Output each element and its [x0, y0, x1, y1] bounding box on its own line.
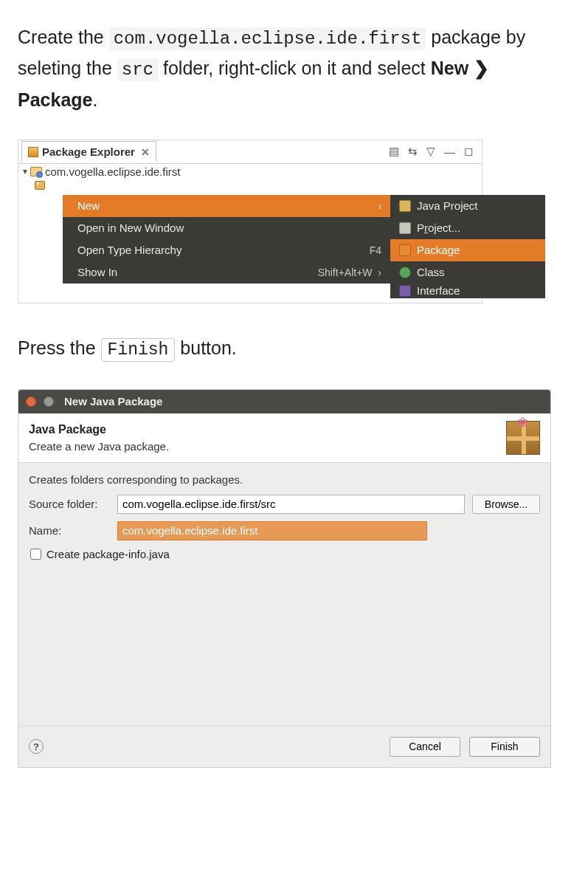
view-menu-icon[interactable]: ▽: [426, 145, 435, 158]
submenu-arrow-icon: ›: [378, 200, 381, 212]
maximize-view-icon[interactable]: ◻: [464, 145, 473, 158]
instruction-paragraph-2: Press the Finish button.: [18, 333, 570, 364]
menu-item-package[interactable]: Package: [390, 239, 545, 261]
project-icon: [30, 167, 42, 176]
code-package-name: com.vogella.eclipse.ide.first: [109, 27, 426, 50]
cancel-button[interactable]: Cancel: [390, 737, 460, 757]
menu-item-java-project[interactable]: Java Project: [390, 195, 545, 217]
java-project-icon: [399, 200, 411, 212]
label: Show In: [77, 266, 117, 278]
src-node[interactable]: src: [18, 179, 482, 191]
package-explorer-tab[interactable]: Package Explorer ✕: [21, 141, 156, 162]
menu-item-new[interactable]: New ›: [63, 195, 390, 217]
text: Create the: [18, 27, 109, 47]
tab-label: Package Explorer: [42, 145, 135, 158]
class-icon: [399, 267, 411, 278]
expand-icon[interactable]: ▾: [23, 166, 27, 176]
instruction-paragraph-1: Create the com.vogella.eclipse.ide.first…: [18, 22, 570, 114]
menu-item-open-type-hierarchy[interactable]: Open Type Hierarchy F4: [63, 239, 390, 261]
chevron-icon: ❯: [474, 58, 489, 78]
interface-icon: [399, 285, 411, 297]
link-editor-icon[interactable]: ⇆: [408, 145, 418, 158]
source-folder-input[interactable]: [117, 495, 465, 514]
create-package-info-checkbox[interactable]: [30, 549, 41, 560]
new-java-package-dialog: New Java Package Java Package Create a n…: [18, 389, 551, 768]
view-toolbar: ▤ ⇆ ▽ — ◻: [389, 145, 482, 158]
name-row: Name:: [29, 521, 540, 540]
package-info-row: Create package-info.java: [29, 548, 540, 560]
screenshot-package-explorer: Package Explorer ✕ ▤ ⇆ ▽ — ◻ ▾ com.vogel…: [18, 140, 482, 303]
dialog-titlebar: New Java Package: [18, 390, 550, 413]
collapse-icon[interactable]: ▤: [389, 145, 399, 158]
project-node[interactable]: ▾ com.vogella.eclipse.ide.first: [18, 164, 482, 179]
menu-item-class[interactable]: Class: [390, 261, 545, 284]
dialog-header: Java Package Create a new Java package. …: [18, 413, 550, 463]
header-title: Java Package: [29, 423, 506, 436]
finish-button-label: Finish: [101, 338, 176, 362]
tree-view: ▾ com.vogella.eclipse.ide.first src New …: [18, 164, 482, 303]
source-folder-row: Source folder: Browse...: [29, 495, 540, 514]
shortcut: Shift+Alt+W ›: [318, 267, 381, 278]
finish-button[interactable]: Finish: [469, 737, 540, 757]
minimize-view-icon[interactable]: —: [444, 145, 455, 158]
menu-path-new: New: [431, 58, 468, 78]
browse-button[interactable]: Browse...: [472, 495, 540, 514]
label: Project...: [417, 222, 460, 234]
text: folder, right-click on it and select: [163, 58, 431, 78]
new-submenu: Java Project Project... Package Class In…: [390, 195, 545, 298]
dialog-footer: ? Cancel Finish: [18, 726, 550, 767]
menu-item-show-in[interactable]: Show In Shift+Alt+W ›: [63, 261, 390, 284]
code-src: src: [117, 58, 158, 81]
view-tabbar: Package Explorer ✕ ▤ ⇆ ▽ — ◻: [18, 140, 482, 164]
body-hint: Creates folders corresponding to package…: [29, 473, 540, 486]
label: Java Project: [417, 199, 478, 212]
label: Package: [417, 244, 460, 256]
dialog-body: Creates folders corresponding to package…: [18, 463, 550, 571]
label: Open Type Hierarchy: [77, 244, 181, 256]
text: Press the: [18, 337, 101, 358]
package-explorer-icon: [28, 147, 38, 157]
package-icon: [399, 244, 411, 256]
help-icon[interactable]: ?: [29, 739, 44, 754]
context-menu: New › Open in New Window Open Type Hiera…: [63, 195, 390, 284]
checkbox-label: Create package-info.java: [46, 548, 170, 560]
window-minimize-icon[interactable]: [44, 396, 54, 407]
close-tab-icon[interactable]: ✕: [141, 146, 150, 158]
shortcut: F4: [370, 244, 381, 256]
label: Interface: [417, 284, 460, 297]
package-banner-icon: ❀: [506, 421, 540, 455]
header-subtitle: Create a new Java package.: [29, 440, 506, 453]
project-label: com.vogella.eclipse.ide.first: [45, 165, 180, 178]
project-icon: [399, 222, 411, 234]
text: .: [92, 89, 97, 110]
menu-item-interface[interactable]: Interface: [390, 284, 545, 298]
label: Class: [417, 266, 445, 278]
label: Open in New Window: [77, 222, 184, 234]
label: New: [77, 199, 100, 212]
source-folder-icon: [35, 181, 45, 190]
dialog-title: New Java Package: [64, 395, 162, 408]
name-label: Name:: [29, 524, 110, 537]
name-input[interactable]: [117, 521, 427, 540]
source-folder-label: Source folder:: [29, 498, 110, 510]
menu-item-project[interactable]: Project...: [390, 217, 545, 239]
window-close-icon[interactable]: [26, 396, 36, 407]
menu-path-package: Package: [18, 89, 92, 110]
menu-item-open-in-new-window[interactable]: Open in New Window: [63, 217, 390, 239]
text: button.: [180, 337, 236, 358]
